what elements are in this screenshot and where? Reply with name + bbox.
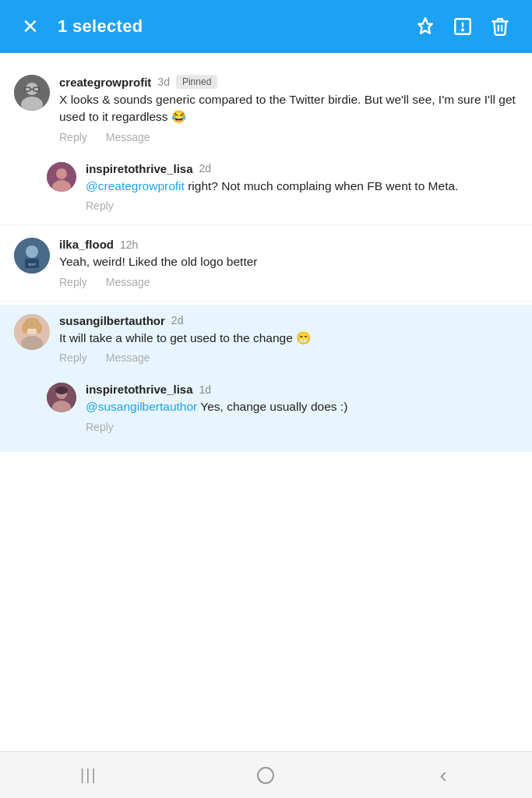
reply-block: inspiretothrive_lisa 2d @creategrowprofi…: [0, 153, 532, 221]
comment-username: susangilbertauthor: [59, 314, 165, 327]
top-bar: ✕ 1 selected: [0, 0, 532, 53]
comment-username: inspiretothrive_lisa: [86, 383, 193, 396]
comment-body: inspiretothrive_lisa 2d @creategrowprofi…: [86, 162, 518, 218]
comment-actions: Reply Message: [59, 276, 518, 288]
svg-point-21: [22, 323, 28, 334]
comment-block: TEXT ilka_flood 12h Yeah, weird! Liked t…: [0, 228, 532, 297]
reply-button[interactable]: Reply: [59, 351, 87, 364]
reply-button[interactable]: Reply: [86, 421, 114, 433]
comment-actions: Reply: [86, 421, 518, 433]
comment-actions: Reply Message: [59, 131, 518, 143]
svg-point-26: [55, 387, 68, 394]
comment-username: creategrowprofit: [59, 76, 151, 89]
svg-point-2: [462, 29, 463, 30]
comment-body: creategrowprofit 3d Pinned X looks & sou…: [59, 75, 518, 150]
pin-icon[interactable]: [415, 16, 435, 37]
message-button[interactable]: Message: [106, 131, 150, 143]
top-bar-left: ✕ 1 selected: [22, 15, 143, 39]
comment-time: 1d: [199, 383, 212, 396]
message-button[interactable]: Message: [106, 276, 150, 288]
menu-icon[interactable]: |||: [69, 760, 108, 791]
avatar: TEXT: [14, 238, 50, 274]
reply-button[interactable]: Reply: [59, 276, 87, 288]
comment-body: susangilbertauthor 2d It will take a whi…: [59, 314, 518, 370]
divider: [0, 224, 532, 225]
comment-block: creategrowprofit 3d Pinned X looks & sou…: [0, 65, 532, 153]
svg-point-22: [36, 323, 42, 334]
avatar: [14, 314, 50, 350]
reply-button[interactable]: Reply: [86, 200, 114, 212]
svg-rect-27: [258, 768, 273, 783]
svg-point-13: [26, 245, 38, 258]
comment-time: 3d: [157, 76, 170, 88]
comment-text: @creategrowprofit right? Not much compla…: [86, 178, 518, 195]
avatar: [47, 162, 76, 192]
comment-body: inspiretothrive_lisa 1d @susangilbertaut…: [86, 383, 518, 439]
reply-block-highlighted: inspiretothrive_lisa 1d @susangilbertaut…: [0, 373, 532, 451]
comment-header: susangilbertauthor 2d: [59, 314, 518, 327]
bottom-nav: ||| ‹: [0, 751, 532, 798]
comment-header: inspiretothrive_lisa 2d: [86, 162, 518, 175]
comment-time: 2d: [199, 162, 212, 175]
svg-text:TEXT: TEXT: [28, 263, 37, 267]
reply-button[interactable]: Reply: [59, 131, 87, 143]
comments-content: creategrowprofit 3d Pinned X looks & sou…: [0, 53, 532, 751]
comment-block-highlighted: susangilbertauthor 2d It will take a whi…: [0, 305, 532, 373]
delete-icon[interactable]: [490, 16, 510, 37]
comment-username: ilka_flood: [59, 238, 114, 251]
comment-text: Yeah, weird! Liked the old logo better: [59, 253, 518, 270]
comment-header: creategrowprofit 3d Pinned: [59, 75, 518, 89]
comment-actions: Reply Message: [59, 351, 518, 364]
alert-icon[interactable]: [453, 16, 473, 37]
comment-username: inspiretothrive_lisa: [86, 162, 193, 175]
comment-body: ilka_flood 12h Yeah, weird! Liked the ol…: [59, 238, 518, 294]
home-icon[interactable]: [246, 760, 285, 791]
svg-point-10: [56, 168, 67, 179]
close-icon[interactable]: ✕: [22, 15, 39, 39]
comment-time: 2d: [171, 314, 184, 327]
pinned-badge: Pinned: [176, 75, 217, 89]
message-button[interactable]: Message: [106, 351, 150, 364]
comment-text: It will take a while to get used to the …: [59, 330, 518, 347]
comment-header: ilka_flood 12h: [59, 238, 518, 251]
avatar: [47, 383, 76, 412]
comment-text: @susangilbertauthor Yes, change usually …: [86, 398, 518, 415]
mention: @creategrowprofit: [86, 179, 185, 192]
comment-time: 12h: [120, 238, 138, 251]
divider: [0, 301, 532, 302]
avatar: [14, 75, 50, 111]
comment-actions: Reply: [86, 200, 518, 212]
selection-title: 1 selected: [58, 16, 143, 37]
mention: @susangilbertauthor: [86, 400, 197, 413]
top-bar-actions: [415, 16, 510, 37]
comment-text: X looks & sounds generic compared to the…: [59, 91, 518, 126]
back-icon[interactable]: ‹: [424, 760, 463, 791]
comment-header: inspiretothrive_lisa 1d: [86, 383, 518, 396]
